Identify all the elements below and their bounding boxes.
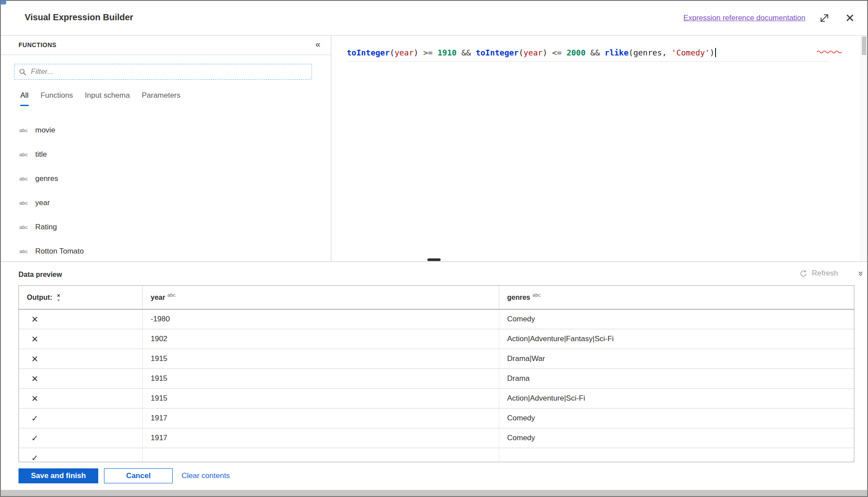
table-row[interactable]: ✕1915Drama: [19, 369, 854, 389]
preview-table: Output: ✕⌄ year abc genres abc ✕-1980Com…: [19, 285, 854, 462]
panel-splitter: [1, 261, 867, 262]
dialog-footer: Save and finish Cancel Clear contents: [19, 468, 234, 486]
cell-genres: Comedy: [499, 309, 854, 329]
window-corner-fragment: [1, 1, 6, 4]
tab-functions[interactable]: Functions: [41, 91, 73, 106]
column-header-genres[interactable]: genres abc: [499, 286, 854, 309]
scrollbar-thumb[interactable]: [862, 37, 866, 55]
search-icon: [19, 68, 26, 76]
table-row[interactable]: ✓1917Comedy: [19, 428, 854, 448]
tab-all[interactable]: All: [20, 91, 29, 106]
functions-tabs: AllFunctionsInput schemaParameters: [20, 91, 331, 106]
column-header-output-label: Output:: [27, 294, 52, 302]
close-icon[interactable]: ✕: [843, 11, 857, 25]
functions-panel-title: FUNCTIONS: [19, 41, 56, 48]
code-token: ,: [662, 48, 671, 57]
cancel-button[interactable]: Cancel: [104, 468, 173, 483]
pass-check-icon: ✓: [19, 409, 142, 428]
cell-year: 1917: [142, 428, 499, 448]
save-and-finish-button[interactable]: Save and finish: [19, 468, 98, 483]
fail-x-icon: ✕: [19, 309, 142, 329]
cell-genres: [499, 448, 854, 462]
cell-genres: Comedy: [499, 428, 854, 448]
code-token: &&: [456, 48, 475, 57]
screen: Visual Expression Builder Expression ref…: [0, 0, 868, 497]
table-row[interactable]: ✓1917Comedy: [19, 409, 854, 428]
collapse-panel-icon[interactable]: «: [315, 39, 320, 49]
table-row[interactable]: ✕1902Action|Adventure|Fantasy|Sci-Fi: [19, 329, 854, 349]
schema-item-genres[interactable]: abcgenres: [1, 166, 331, 191]
schema-item-rating[interactable]: abcRating: [1, 215, 331, 239]
page-title: Visual Expression Builder: [25, 12, 133, 22]
code-token: 2000: [567, 48, 586, 57]
code-token: ): [710, 48, 715, 57]
cell-genres: Drama|War: [499, 349, 854, 368]
schema-item-year[interactable]: abcyear: [1, 191, 331, 215]
editor-current-line: toInteger(year) >= 1910 && toInteger(yea…: [347, 46, 828, 62]
error-squiggle: [817, 47, 842, 55]
column-header-output[interactable]: Output: ✕⌄: [19, 286, 142, 309]
expression-code-line[interactable]: toInteger(year) >= 1910 && toInteger(yea…: [347, 46, 828, 59]
page-background-strip: [1, 490, 867, 496]
schema-item-rotton-tomato[interactable]: abcRotton Tomato: [1, 239, 331, 263]
fail-x-icon: ✕: [19, 349, 142, 368]
schema-item-label: title: [35, 150, 47, 159]
cell-genres: Drama: [499, 369, 854, 388]
output-columns-icon[interactable]: ✕⌄: [57, 294, 60, 301]
refresh-button[interactable]: Refresh: [799, 269, 838, 278]
tab-input-schema[interactable]: Input schema: [85, 91, 130, 106]
code-token: <=: [547, 48, 566, 57]
schema-list: abcmovieabctitleabcgenresabcyearabcRatin…: [1, 118, 331, 263]
refresh-label: Refresh: [812, 269, 838, 278]
cell-genres: Comedy: [499, 409, 854, 428]
clear-contents-link[interactable]: Clear contents: [178, 468, 234, 483]
cell-genres: Action|Adventure|Fantasy|Sci-Fi: [499, 329, 854, 349]
table-row[interactable]: ✕1915Action|Adventure|Sci-Fi: [19, 389, 854, 409]
string-type-icon: abc: [19, 225, 33, 230]
preview-table-body: ✕-1980Comedy✕1902Action|Adventure|Fantas…: [19, 309, 854, 462]
string-type-icon: abc: [19, 176, 33, 181]
fail-x-icon: ✕: [19, 369, 142, 388]
schema-item-label: movie: [35, 126, 55, 135]
code-token: year: [523, 48, 542, 57]
code-token: (: [390, 48, 395, 57]
editor-scrollbar[interactable]: [861, 36, 867, 261]
expand-dialog-icon[interactable]: [818, 11, 831, 25]
cell-year: 1917: [142, 409, 499, 428]
schema-item-movie[interactable]: abcmovie: [1, 118, 331, 142]
code-token: toInteger: [347, 48, 390, 57]
text-caret: [715, 48, 716, 57]
filter-box[interactable]: [14, 64, 312, 80]
table-row[interactable]: ✕-1980Comedy: [19, 309, 854, 329]
data-preview-title: Data preview: [19, 271, 62, 279]
schema-item-title[interactable]: abctitle: [1, 142, 331, 166]
header-actions: Expression reference documentation ✕: [683, 1, 857, 35]
filter-input[interactable]: [30, 67, 307, 77]
schema-item-label: year: [35, 199, 50, 207]
tab-parameters[interactable]: Parameters: [142, 91, 181, 106]
table-row[interactable]: ✓: [19, 448, 854, 462]
code-token: (: [519, 48, 523, 57]
string-type-icon: abc: [19, 200, 33, 206]
expression-reference-link[interactable]: Expression reference documentation: [683, 14, 805, 22]
cell-year: [142, 448, 499, 462]
code-token: toInteger: [476, 48, 519, 57]
code-token: genres: [633, 48, 662, 57]
string-type-icon: abc: [19, 249, 33, 254]
splitter-drag-handle[interactable]: [427, 258, 441, 261]
column-header-year[interactable]: year abc: [142, 286, 499, 309]
cell-genres: Action|Adventure|Sci-Fi: [499, 389, 854, 408]
chevron-double-down-icon[interactable]: »: [856, 271, 866, 276]
code-token: &&: [586, 48, 605, 57]
fail-x-icon: ✕: [19, 389, 142, 408]
cell-year: 1915: [142, 369, 499, 388]
functions-panel-header: FUNCTIONS «: [1, 36, 331, 55]
data-preview-header: Data preview Refresh »: [1, 265, 867, 285]
schema-item-label: Rotton Tomato: [35, 247, 84, 256]
expression-editor[interactable]: toInteger(year) >= 1910 && toInteger(yea…: [332, 36, 867, 261]
table-row[interactable]: ✕1915Drama|War: [19, 349, 854, 369]
code-token: >=: [419, 48, 438, 57]
code-token: year: [394, 48, 413, 57]
code-token: 'Comedy': [671, 48, 710, 57]
string-type-icon: abc: [19, 128, 33, 133]
